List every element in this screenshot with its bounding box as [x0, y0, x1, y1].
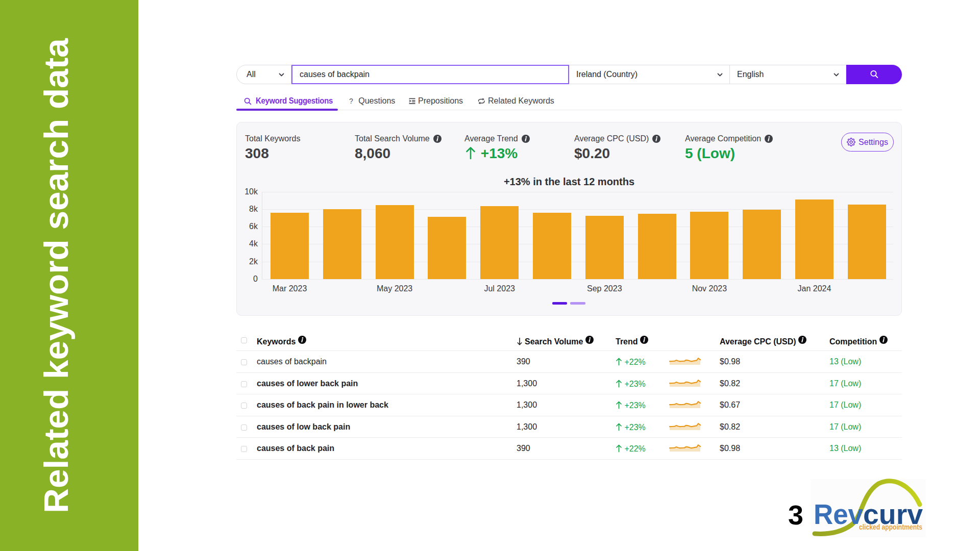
svg-text:clicked appointments: clicked appointments — [859, 522, 922, 531]
svg-text:Rev: Rev — [814, 498, 863, 530]
